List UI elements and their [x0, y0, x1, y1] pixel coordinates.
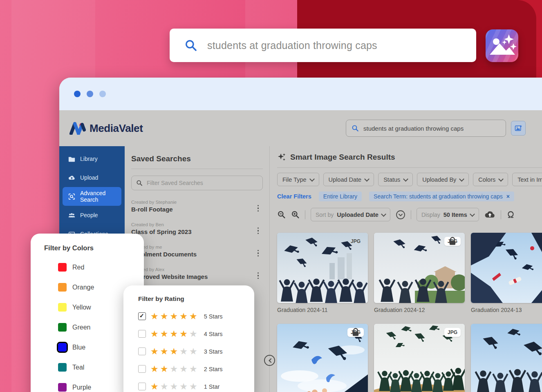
- image-search-button[interactable]: [511, 121, 526, 136]
- rating-option-1-star[interactable]: ★★★★★ 1 Star: [138, 378, 254, 392]
- chevron-down-icon: [381, 212, 386, 217]
- rating-option-3-stars[interactable]: ★★★★★ 3 Stars: [138, 343, 254, 360]
- zoom-out-icon[interactable]: [277, 210, 286, 219]
- star-icon: ★: [170, 347, 178, 356]
- window-controls: [74, 91, 106, 97]
- image-search-icon: [514, 124, 522, 132]
- display-count-dropdown[interactable]: Display 50 Items: [417, 208, 479, 221]
- color-swatch: [58, 303, 67, 312]
- color-option-red[interactable]: Red: [44, 257, 144, 277]
- star-icon: ★: [150, 330, 159, 339]
- kebab-menu-icon[interactable]: [257, 248, 260, 258]
- smart-image-app-icon[interactable]: [486, 29, 518, 62]
- sidebar-item-label: People: [80, 212, 98, 218]
- star-icon: ★: [179, 382, 188, 391]
- star-icon: ★: [189, 347, 197, 356]
- saved-search-name: Approved Website Images: [131, 273, 251, 280]
- asset-thumbnail: JPG: [277, 233, 368, 303]
- checkbox[interactable]: [138, 347, 146, 355]
- rating-option-2-stars[interactable]: ★★★★★ 2 Stars: [138, 360, 254, 378]
- saved-search-creator: Created by Alex: [131, 267, 251, 272]
- sidebar-item-advanced-search[interactable]: Advanced Search: [63, 187, 121, 206]
- cloud-upload-icon: [68, 174, 75, 181]
- star-icon: ★: [189, 365, 197, 374]
- star-rating: ★★★★★: [150, 382, 197, 391]
- star-icon: ★: [160, 347, 168, 356]
- divider: [277, 167, 542, 168]
- window-dot-2[interactable]: [87, 91, 93, 97]
- asset-card[interactable]: Graduation 2024-13: [471, 233, 542, 313]
- asset-thumbnail: JPG: [277, 324, 368, 392]
- sidebar-item-people[interactable]: People: [59, 206, 125, 225]
- sort-direction-icon[interactable]: [396, 210, 405, 220]
- filter-saved-searches-input[interactable]: Filter Saved Searches: [131, 176, 263, 190]
- color-swatch: [58, 363, 67, 372]
- rating-option-4-stars[interactable]: ★★★★★ 4 Stars: [138, 325, 254, 343]
- asset-card[interactable]: JPG Graduates 012-133: [374, 324, 465, 392]
- divider: [501, 210, 501, 219]
- checkbox[interactable]: [138, 330, 146, 338]
- divider: [411, 210, 411, 219]
- zoom-in-icon[interactable]: [291, 210, 300, 219]
- results-title: Smart Image Search Results: [290, 153, 395, 162]
- collapse-panel-button[interactable]: [264, 355, 275, 366]
- color-swatch: [58, 343, 67, 352]
- search-term-chip[interactable]: Search Term: students at graduation thro…: [369, 192, 514, 201]
- star-icon: ★: [189, 312, 197, 321]
- filter-file-type[interactable]: File Type: [277, 173, 319, 186]
- lock-icon: [347, 328, 364, 337]
- scope-chip[interactable]: Entire Library: [319, 192, 362, 201]
- kebab-menu-icon[interactable]: [257, 226, 260, 236]
- chevron-down-icon: [459, 176, 464, 182]
- saved-search-item[interactable]: Created by Ben Class of Spring 2023: [131, 222, 263, 235]
- star-icon: ★: [150, 312, 159, 321]
- filter-status[interactable]: Status: [378, 173, 413, 186]
- checkbox[interactable]: [138, 365, 146, 373]
- checkbox-checked[interactable]: [138, 312, 146, 320]
- kebab-menu-icon[interactable]: [257, 271, 260, 281]
- rating-option-5-stars[interactable]: ★★★★★ 5 Stars: [138, 307, 254, 325]
- asset-card[interactable]: JPG Graduation 2024-11: [277, 233, 368, 313]
- filter-by-rating-panel: Filter by Rating ★★★★★ 5 Stars ★★★★★ 4 S…: [123, 285, 254, 392]
- search-results-area: Smart Image Search Results File Type Upl…: [270, 146, 542, 392]
- saved-search-creator: Created by me: [131, 245, 251, 249]
- sidebar-item-upload[interactable]: Upload: [59, 168, 125, 187]
- saved-search-item[interactable]: Created by Stephanie B-roll Footage: [131, 200, 263, 213]
- star-icon: ★: [160, 382, 168, 391]
- hero-search-bar[interactable]: students at graduation throwing caps: [170, 29, 476, 62]
- saved-search-name: Class of Spring 2023: [131, 228, 251, 235]
- asset-name: Graduation 2024-11: [277, 307, 368, 313]
- star-icon: ★: [170, 365, 178, 374]
- file-type-badge: JPG: [444, 328, 461, 337]
- header-search-input[interactable]: students at graduation throwing caps: [346, 120, 506, 137]
- kebab-menu-icon[interactable]: [257, 203, 260, 213]
- sidebar-item-library[interactable]: Library: [59, 149, 125, 168]
- remove-chip-icon[interactable]: ×: [506, 194, 510, 199]
- filter-colors[interactable]: Colors: [473, 173, 508, 186]
- asset-card[interactable]: JPG Graduation 2024-12: [374, 233, 465, 313]
- cloud-upload-filled-icon[interactable]: [484, 210, 495, 219]
- star-icon: ★: [179, 365, 188, 374]
- file-type-badge: JPG: [347, 328, 364, 337]
- star-icon: ★: [170, 382, 178, 391]
- clear-filters-link[interactable]: Clear Filters: [277, 193, 311, 200]
- filter-upload-date[interactable]: Upload Date: [323, 173, 374, 186]
- mediavalet-logo-icon: [69, 122, 86, 135]
- visual-search-icon[interactable]: [506, 210, 515, 219]
- saved-search-item[interactable]: Created by Alex Approved Website Images: [131, 267, 263, 280]
- star-icon: ★: [189, 382, 197, 391]
- saved-search-item[interactable]: Created by me Enrolment Documents: [131, 245, 263, 258]
- asset-card[interactable]: Graduates 012-134: [471, 324, 542, 392]
- window-dot-1[interactable]: [74, 91, 81, 97]
- checkbox[interactable]: [138, 383, 146, 390]
- asset-card[interactable]: JPG Graduates 012-132: [277, 324, 368, 392]
- sparkle-icon: [277, 153, 286, 162]
- saved-search-creator: Created by Ben: [131, 222, 251, 227]
- filter-uploaded-by[interactable]: Uploaded By: [417, 173, 469, 186]
- filter-text-in-images[interactable]: Text in Images and Videos: [512, 173, 542, 186]
- window-dot-3[interactable]: [99, 91, 106, 97]
- color-swatch: [58, 283, 67, 292]
- star-icon: ★: [170, 330, 178, 339]
- sort-by-dropdown[interactable]: Sort by Uploaded Date: [311, 208, 390, 221]
- star-icon: ★: [189, 330, 197, 339]
